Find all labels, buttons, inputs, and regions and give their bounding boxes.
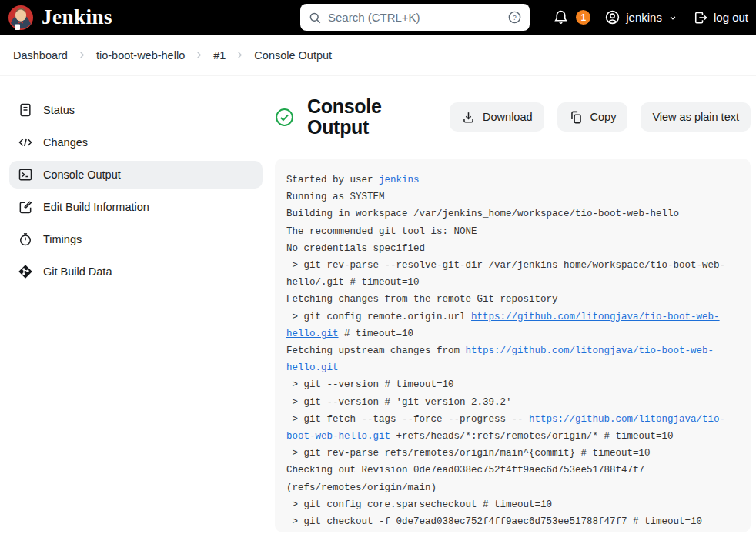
log-line: hello/.git # timeout=10 — [286, 274, 739, 291]
log-line: > git config core.sparsecheckout # timeo… — [286, 496, 739, 513]
log-text: > git --version # 'git version 2.39.2' — [286, 397, 512, 408]
log-text: # timeout=10 — [339, 329, 414, 339]
sidebar-item-timings[interactable]: Timings — [9, 225, 263, 253]
log-line: boot-web-hello.git +refs/heads/*:refs/re… — [286, 428, 739, 445]
log-line: The recommended git tool is: NONE — [286, 223, 739, 240]
log-link[interactable]: https://github.com/litongjava/tio- — [529, 414, 725, 425]
logout-icon — [693, 10, 708, 25]
log-line: Checking out Revision 0de7ead038ec752f4f… — [286, 462, 739, 479]
breadcrumb: Dashboardtio-boot-web-hello#1Console Out… — [0, 35, 756, 76]
breadcrumb-item-console-output[interactable]: Console Output — [254, 49, 332, 62]
breadcrumb-item-tio-boot-web-hello[interactable]: tio-boot-web-hello — [96, 49, 185, 62]
sidebar-item-changes[interactable]: Changes — [9, 128, 263, 156]
button-label: View as plain text — [652, 111, 739, 123]
log-line: Started by user jenkins — [286, 172, 739, 189]
log-line: Fetching upstream changes from https://g… — [286, 342, 739, 359]
download-button[interactable]: Download — [450, 102, 544, 132]
button-label: Download — [483, 111, 533, 123]
log-line: No credentials specified — [286, 240, 739, 257]
success-icon — [275, 108, 294, 127]
log-line: (refs/remotes/origin/main) — [286, 479, 739, 496]
copy-button[interactable]: Copy — [557, 102, 628, 132]
log-text: The recommended git tool is: NONE — [286, 226, 477, 237]
log-text: hello/.git # timeout=10 — [286, 277, 420, 288]
log-text: > git checkout -f 0de7ead038ec752f4ff9ae… — [286, 516, 702, 527]
log-line: > git rev-parse --resolve-git-dir /var/j… — [286, 257, 739, 274]
search-bar: ? — [300, 4, 530, 31]
view-as-plain-text-button[interactable]: View as plain text — [641, 102, 751, 132]
top-bar: Jenkins ? 1 jenkins log out — [0, 0, 756, 35]
user-name: jenkins — [626, 11, 662, 24]
log-text: > git rev-parse refs/remotes/origin/main… — [286, 448, 651, 459]
git-icon — [18, 264, 33, 279]
sidebar-item-console-output[interactable]: Console Output — [9, 161, 263, 189]
log-text: Fetching upstream changes from — [286, 345, 466, 356]
chevron-right-icon — [76, 49, 88, 61]
log-line: > git checkout -f 0de7ead038ec752f4ff9ae… — [286, 513, 739, 530]
log-link[interactable]: https://github.com/litongjava/tio-boot-w… — [466, 345, 714, 356]
log-line: > git config remote.origin.url https://g… — [286, 309, 739, 325]
log-text: Building in workspace /var/jenkins_home/… — [286, 209, 679, 219]
sidebar-item-label: Console Output — [43, 169, 121, 181]
logout-button[interactable]: log out — [693, 10, 748, 25]
header-actions: DownloadCopyView as plain text — [450, 102, 751, 132]
content: StatusChangesConsole OutputEdit Build In… — [0, 76, 756, 532]
download-icon — [461, 110, 476, 125]
log-link[interactable]: jenkins — [379, 175, 420, 185]
bell-icon[interactable] — [553, 9, 569, 25]
log-text: > git config core.sparsecheckout # timeo… — [286, 499, 552, 510]
breadcrumb-item-dashboard[interactable]: Dashboard — [13, 49, 68, 62]
sidebar-item-edit-build-information[interactable]: Edit Build Information — [9, 193, 263, 221]
sidebar-item-label: Timings — [43, 233, 82, 245]
button-label: Copy — [590, 111, 617, 123]
jenkins-home-link[interactable]: Jenkins — [0, 5, 112, 31]
log-text: > git --version # timeout=10 — [286, 379, 454, 390]
changes-icon — [18, 135, 33, 150]
sidebar-item-label: Edit Build Information — [43, 201, 149, 213]
log-line: Building in workspace /var/jenkins_home/… — [286, 205, 739, 222]
log-line: hello.git # timeout=10 — [286, 325, 739, 342]
console-icon — [18, 167, 33, 182]
timings-icon — [18, 232, 33, 247]
edit-icon — [18, 199, 33, 215]
svg-text:?: ? — [513, 14, 517, 22]
log-text: Checking out Revision 0de7ead038ec752f4f… — [286, 465, 644, 476]
log-text: No credentials specified — [286, 243, 425, 254]
breadcrumb-item-1[interactable]: #1 — [213, 49, 226, 62]
log-text: Started by user — [286, 175, 379, 185]
sidebar-item-label: Git Build Data — [43, 265, 112, 278]
main-panel: Console Output DownloadCopyView as plain… — [275, 76, 756, 532]
log-link[interactable]: boot-web-hello.git — [286, 431, 390, 442]
log-line: > git fetch --tags --force --progress --… — [286, 411, 739, 428]
log-text: Fetching changes from the remote Git rep… — [286, 294, 558, 305]
log-link[interactable]: https://github.com/litongjava/tio-boot-w… — [471, 312, 720, 322]
chevron-right-icon — [193, 49, 205, 61]
log-line: > git --version # timeout=10 — [286, 376, 739, 393]
log-text: +refs/heads/*:refs/remotes/origin/* # ti… — [390, 431, 674, 442]
user-menu-button[interactable]: jenkins — [604, 9, 678, 25]
log-line: > git rev-parse refs/remotes/origin/main… — [286, 445, 739, 462]
log-line: Running as SYSTEM — [286, 189, 739, 205]
chevron-right-icon — [234, 49, 246, 61]
help-icon[interactable]: ? — [507, 10, 522, 25]
main-header: Console Output DownloadCopyView as plain… — [275, 96, 751, 138]
log-link[interactable]: hello.git — [286, 329, 339, 339]
brand-title: Jenkins — [42, 5, 112, 29]
sidebar-item-git-build-data[interactable]: Git Build Data — [9, 258, 263, 285]
sidebar-item-label: Status — [43, 104, 75, 116]
user-icon — [604, 9, 621, 25]
log-text: > git rev-parse --resolve-git-dir /var/j… — [286, 260, 725, 271]
search-input[interactable] — [328, 11, 501, 24]
log-link[interactable]: hello.git — [286, 362, 339, 373]
copy-icon — [569, 110, 584, 125]
sidebar-item-label: Changes — [43, 136, 88, 149]
logout-label: log out — [714, 11, 748, 24]
status-icon — [18, 102, 33, 118]
log-line: Commit message: "update docker file" — [286, 530, 739, 532]
jenkins-logo — [8, 5, 34, 31]
title-wrap: Console Output — [275, 96, 401, 138]
log-line: Fetching changes from the remote Git rep… — [286, 291, 739, 308]
sidebar-item-status[interactable]: Status — [9, 96, 263, 124]
log-text: > git fetch --tags --force --progress -- — [286, 414, 529, 425]
sidebar-menu: StatusChangesConsole OutputEdit Build In… — [0, 76, 275, 532]
